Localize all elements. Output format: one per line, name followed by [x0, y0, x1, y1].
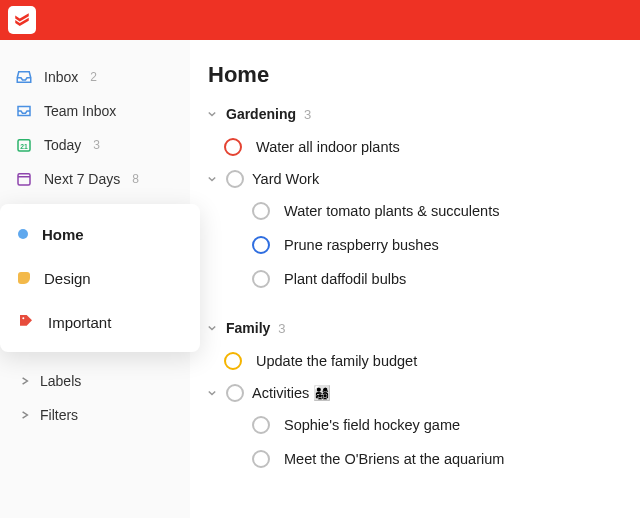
nav-team-inbox[interactable]: Team Inbox — [0, 94, 190, 128]
section-title: Gardening — [226, 106, 296, 122]
calendar-icon — [14, 170, 34, 188]
chevron-down-icon — [208, 389, 218, 397]
task-text: Activities 👨‍👩‍👧‍👦 — [252, 385, 331, 402]
section-count: 3 — [304, 107, 311, 122]
task-checkbox[interactable] — [224, 352, 242, 370]
inbox-icon — [14, 68, 34, 86]
project-label: Important — [48, 314, 111, 331]
task-text: Meet the O'Briens at the aquarium — [284, 451, 504, 467]
nav-label: Inbox — [44, 69, 78, 85]
nav-today[interactable]: 21 Today 3 — [0, 128, 190, 162]
main-content: Home Gardening3Water all indoor plantsYa… — [190, 40, 640, 518]
collapse-label: Labels — [40, 373, 81, 389]
project-important[interactable]: Important — [0, 300, 200, 344]
task-text: Yard Work — [252, 171, 319, 187]
chevron-down-icon — [208, 175, 218, 183]
task-row[interactable]: Water tomato plants & succulents — [208, 194, 640, 228]
sidebar-filters[interactable]: Filters — [0, 398, 190, 432]
topbar — [0, 0, 640, 40]
task-row[interactable]: Water all indoor plants — [208, 130, 640, 164]
section-header[interactable]: Family3 — [208, 320, 640, 336]
section-count: 3 — [278, 321, 285, 336]
task-row[interactable]: Meet the O'Briens at the aquarium — [208, 442, 640, 476]
chevron-down-icon — [208, 324, 218, 332]
nav-count: 3 — [93, 138, 100, 152]
task-text: Sophie's field hockey game — [284, 417, 460, 433]
project-home[interactable]: Home — [0, 212, 200, 256]
svg-text:21: 21 — [20, 143, 28, 150]
nav-next7[interactable]: Next 7 Days 8 — [0, 162, 190, 196]
tag-icon — [18, 313, 34, 332]
task-text: Plant daffodil bulbs — [284, 271, 406, 287]
app-logo[interactable] — [8, 6, 36, 34]
page-title: Home — [208, 62, 640, 88]
section-title: Family — [226, 320, 270, 336]
nav-label: Today — [44, 137, 81, 153]
nav-inbox[interactable]: Inbox 2 — [0, 60, 190, 94]
task-checkbox[interactable] — [252, 236, 270, 254]
task-checkbox[interactable] — [226, 384, 244, 402]
task-text: Prune raspberry bushes — [284, 237, 439, 253]
task-checkbox[interactable] — [226, 170, 244, 188]
task-text: Water all indoor plants — [256, 139, 400, 155]
project-dot-icon — [18, 229, 28, 239]
task-row[interactable]: Prune raspberry bushes — [208, 228, 640, 262]
task-text: Water tomato plants & succulents — [284, 203, 499, 219]
chevron-right-icon — [20, 410, 30, 420]
project-dot-icon — [18, 272, 30, 284]
chevron-down-icon — [208, 110, 218, 118]
task-checkbox[interactable] — [252, 202, 270, 220]
project-label: Home — [42, 226, 84, 243]
sidebar: Inbox 2 Team Inbox 21 Today 3 Next 7 Day… — [0, 40, 190, 518]
task-row[interactable]: Plant daffodil bulbs — [208, 262, 640, 296]
projects-card: Home Design Important — [0, 204, 200, 352]
task-row[interactable]: Update the family budget — [208, 344, 640, 378]
project-design[interactable]: Design — [0, 256, 200, 300]
svg-rect-2 — [18, 174, 30, 185]
section-header[interactable]: Gardening3 — [208, 106, 640, 122]
chevron-right-icon — [20, 376, 30, 386]
todoist-logo-icon — [13, 11, 31, 29]
nav-count: 8 — [132, 172, 139, 186]
today-icon: 21 — [14, 136, 34, 154]
task-parent-row[interactable]: Yard Work — [208, 164, 640, 194]
nav-count: 2 — [90, 70, 97, 84]
sidebar-labels[interactable]: Labels — [0, 364, 190, 398]
task-checkbox[interactable] — [252, 270, 270, 288]
team-inbox-icon — [14, 102, 34, 120]
nav-label: Team Inbox — [44, 103, 116, 119]
nav-label: Next 7 Days — [44, 171, 120, 187]
task-checkbox[interactable] — [252, 450, 270, 468]
collapse-label: Filters — [40, 407, 78, 423]
task-parent-row[interactable]: Activities 👨‍👩‍👧‍👦 — [208, 378, 640, 408]
project-label: Design — [44, 270, 91, 287]
task-row[interactable]: Sophie's field hockey game — [208, 408, 640, 442]
task-checkbox[interactable] — [252, 416, 270, 434]
task-text: Update the family budget — [256, 353, 417, 369]
task-checkbox[interactable] — [224, 138, 242, 156]
svg-point-4 — [22, 317, 24, 319]
